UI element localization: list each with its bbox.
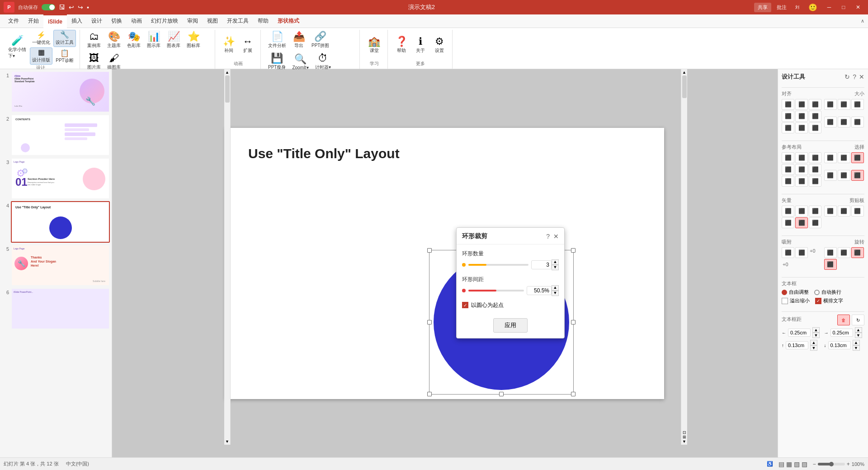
zoom-in-btn[interactable]: +	[847, 461, 850, 467]
dialog-close-btn[interactable]: ✕	[553, 233, 559, 240]
ribbon-collapse[interactable]: ∧	[861, 18, 864, 24]
dist-left-up[interactable]: ▲	[812, 327, 820, 333]
ref-icon-4[interactable]: ⬛	[782, 164, 794, 175]
select-icon-1[interactable]: ⬛	[824, 152, 837, 163]
auto-wrap-option[interactable]: ✓ 横排文字	[815, 297, 843, 304]
ref-icon-1[interactable]: ⬛	[782, 152, 794, 163]
slide-img-1[interactable]: iSlide iSlide PowerPointStandard Templat…	[11, 71, 110, 113]
ring-count-up[interactable]: ▲	[552, 259, 559, 265]
rotate-icon-1[interactable]: ⬛	[824, 247, 837, 258]
dialog-help-btn[interactable]: ?	[546, 233, 550, 240]
clipboard-icon-3[interactable]: ⬛	[851, 206, 864, 216]
canvas-area[interactable]: ▲ ▼ Use "Title Only" Layout	[112, 69, 778, 457]
overflow-shrink-checkbox[interactable]	[782, 298, 788, 304]
handle-tr[interactable]	[571, 248, 576, 253]
btn-export[interactable]: 📤导出	[290, 30, 308, 51]
slide-img-5[interactable]: Logo Page 🔧 ThanksAnd Your SloganHere! S…	[11, 244, 110, 286]
btn-ppt-combine[interactable]: 🔗PPT拼图	[309, 30, 332, 51]
select-icon-6[interactable]: ⬛	[851, 170, 864, 181]
btn-design-layout[interactable]: ▦ 设计排版	[30, 47, 52, 65]
ref-icon-6[interactable]: ⬛	[809, 164, 821, 175]
tab-transition[interactable]: 切换	[107, 14, 127, 28]
ref-icon-8[interactable]: ⬛	[795, 176, 808, 187]
app-logo[interactable]: P	[4, 2, 14, 13]
close-btn[interactable]: ✕	[852, 3, 864, 12]
ref-icon-2[interactable]: ⬛	[795, 152, 808, 163]
slide-img-4[interactable]: Use "Title Only" Layout	[11, 201, 110, 243]
dist-right-up[interactable]: ▲	[855, 327, 862, 333]
ring-gap-input[interactable]	[527, 286, 552, 295]
ring-gap-up[interactable]: ▲	[552, 285, 559, 291]
vector-icon-5[interactable]: ⬛	[795, 217, 808, 228]
size-equal-btn[interactable]: ⬛	[838, 117, 850, 127]
tab-home[interactable]: 开始	[24, 14, 43, 28]
free-adjust-radio[interactable]	[782, 290, 787, 295]
dist-top-down[interactable]: ▼	[810, 345, 817, 351]
autosave-toggle[interactable]	[42, 4, 55, 10]
save-btn[interactable]: 🖫	[59, 4, 65, 11]
horizontal-text-radio[interactable]	[814, 290, 820, 295]
tab-design[interactable]: 设计	[87, 14, 107, 28]
size-lock-btn[interactable]: ⬛	[851, 117, 864, 127]
tab-review[interactable]: 审阅	[183, 14, 203, 28]
slide-thumb-2[interactable]: 2 CONTENTS	[2, 114, 110, 156]
btn-chemistry[interactable]: 🧪 化学小情下▾	[5, 34, 29, 61]
dist-top-input[interactable]	[786, 341, 808, 349]
maximize-btn[interactable]: □	[837, 3, 850, 12]
overflow-shrink-option[interactable]: 溢出缩小	[782, 297, 810, 304]
btn-about[interactable]: ℹ关于	[411, 35, 429, 56]
rotate-icon-3[interactable]: ⬛	[851, 247, 864, 258]
ref-icon-5[interactable]: ⬛	[795, 164, 808, 175]
slide-thumb-6[interactable]: 6 iSlide PowerPoint...	[2, 288, 110, 329]
user-avatar[interactable]: 刘	[792, 2, 803, 13]
btn-classroom[interactable]: 🏫课堂	[365, 35, 383, 56]
ring-gap-slider[interactable]	[468, 290, 524, 291]
emoji-button[interactable]: 🙂	[808, 3, 817, 12]
minimize-btn[interactable]: ─	[823, 3, 835, 12]
vector-icon-4[interactable]: ⬛	[782, 217, 794, 228]
size-h-btn[interactable]: ⬛	[838, 99, 850, 110]
align-center-v-btn[interactable]: ⬛	[795, 111, 808, 122]
distribute-v-btn[interactable]: ⬛	[795, 122, 808, 133]
btn-chart-lib[interactable]: 📈图表库	[164, 30, 183, 51]
clipboard-icon-2[interactable]: ⬛	[838, 206, 850, 216]
more-btn[interactable]: ▪	[87, 4, 89, 11]
ring-count-slider[interactable]	[468, 264, 528, 266]
btn-help[interactable]: ❓帮助	[392, 35, 410, 56]
accessibility-btn[interactable]: ♿	[767, 461, 773, 467]
tab-view[interactable]: 视图	[203, 14, 222, 28]
handle-mr[interactable]	[571, 320, 576, 324]
share-btn[interactable]: 共享	[754, 3, 771, 12]
dist-bottom-input[interactable]	[828, 341, 851, 349]
align-center-h-btn[interactable]: ⬛	[795, 99, 808, 110]
normal-view-btn[interactable]: ▤	[778, 461, 784, 468]
textbox-dist-delete[interactable]: 🗑	[837, 315, 850, 325]
dist-bottom-down[interactable]: ▼	[853, 345, 860, 351]
align-left-btn[interactable]: ⬛	[782, 99, 794, 110]
tab-insert[interactable]: 插入	[67, 14, 87, 28]
tab-file[interactable]: 文件	[4, 14, 24, 28]
vector-icon-2[interactable]: ⬛	[795, 206, 808, 216]
panel-close-btn[interactable]: ✕	[859, 73, 864, 80]
textbox-dist-reset[interactable]: ↻	[852, 315, 864, 325]
clipboard-icon-1[interactable]: ⬛	[824, 206, 837, 216]
slide-img-2[interactable]: CONTENTS	[11, 114, 110, 156]
btn-diagram-lib[interactable]: 📊图示库	[144, 30, 163, 51]
left-vscroll[interactable]: ▲ ▼	[224, 69, 231, 445]
slide-img-3[interactable]: Logo Page ⚙ ⚙ 01 Section Powder Here Des…	[11, 158, 110, 199]
slide-thumb-3[interactable]: 3 Logo Page ⚙ ⚙ 01 Section Powder Here D…	[2, 158, 110, 199]
zoom-out-btn[interactable]: −	[813, 461, 816, 467]
size-copy-btn[interactable]: ⬛	[851, 99, 864, 110]
dist-right-input[interactable]	[830, 329, 853, 337]
align-slide-btn[interactable]: ⬛	[809, 122, 821, 133]
select-icon-2[interactable]: ⬛	[838, 152, 850, 163]
btn-ppt-diagnose[interactable]: 📋 PPT诊断	[53, 48, 76, 65]
ring-gap-down[interactable]: ▼	[552, 291, 559, 296]
dist-left-down[interactable]: ▼	[812, 333, 820, 338]
btn-settings[interactable]: ⚙设置	[430, 35, 448, 56]
redo-btn[interactable]: ↪	[78, 4, 83, 11]
vector-icon-6[interactable]: ⬛	[809, 217, 821, 228]
handle-tl[interactable]	[427, 248, 432, 253]
center-checkbox-row[interactable]: ✓ 以圆心为起点	[462, 301, 559, 309]
ring-count-input[interactable]	[531, 260, 552, 269]
